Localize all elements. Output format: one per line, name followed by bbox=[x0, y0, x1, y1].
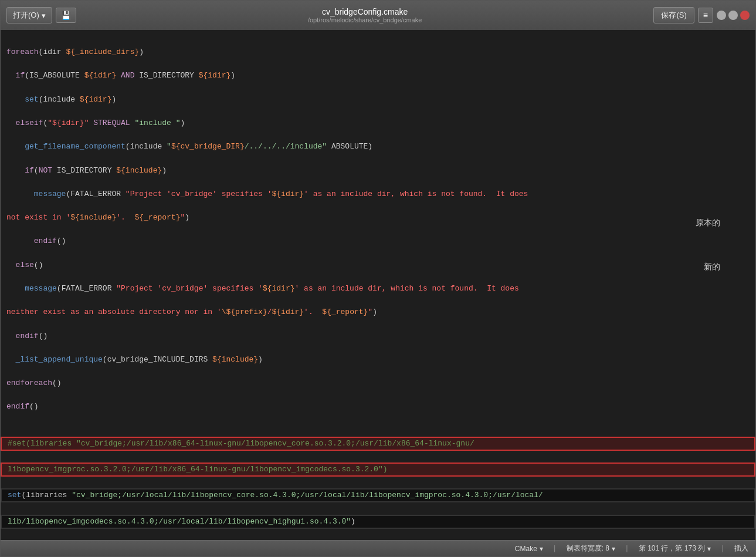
position-arrow-icon: ▾ bbox=[707, 545, 711, 553]
titlebar-center: cv_bridgeConfig.cmake /opt/ros/melodic/s… bbox=[76, 7, 654, 23]
title-filename: cv_bridgeConfig.cmake bbox=[76, 7, 654, 16]
tab-arrow-icon: ▾ bbox=[612, 545, 615, 553]
language-arrow-icon: ▾ bbox=[540, 545, 543, 553]
statusbar-position[interactable]: 第 101 行，第 173 列 ▾ bbox=[639, 544, 711, 553]
annotation-yuan: 原本的 bbox=[696, 218, 720, 228]
save-icon-button[interactable]: 💾 bbox=[56, 8, 76, 23]
title-path: /opt/ros/melodic/share/cv_bridge/cmake bbox=[76, 16, 654, 23]
statusbar-mode: 插入 bbox=[734, 544, 748, 553]
tab-label: 制表符宽度: 8 bbox=[567, 544, 609, 553]
editor-area[interactable]: foreach(idir ${_include_dirs}) if(IS_ABS… bbox=[1, 30, 755, 540]
titlebar-right: 保存(S) ≡ bbox=[653, 7, 750, 23]
open-arrow-icon: ▾ bbox=[42, 11, 46, 20]
maximize-button[interactable] bbox=[728, 11, 738, 20]
titlebar-left: 打开(O) ▾ 💾 bbox=[6, 7, 76, 23]
code-content: foreach(idir ${_include_dirs}) if(IS_ABS… bbox=[1, 35, 755, 540]
menu-button[interactable]: ≡ bbox=[698, 8, 713, 23]
statusbar-tab[interactable]: 制表符宽度: 8 ▾ bbox=[567, 544, 615, 553]
position-label: 第 101 行，第 173 列 bbox=[639, 544, 705, 553]
statusbar: CMake ▾ | 制表符宽度: 8 ▾ | 第 101 行，第 173 列 ▾… bbox=[1, 540, 755, 556]
mode-label: 插入 bbox=[734, 544, 748, 553]
save-button[interactable]: 保存(S) bbox=[653, 7, 694, 23]
statusbar-sep2: | bbox=[625, 544, 629, 553]
open-label: 打开(O) bbox=[13, 10, 39, 21]
statusbar-sep3: | bbox=[720, 544, 725, 553]
statusbar-language[interactable]: CMake ▾ bbox=[515, 545, 543, 553]
annotation-xin: 新的 bbox=[704, 262, 720, 272]
close-button[interactable] bbox=[740, 11, 750, 20]
titlebar: 打开(O) ▾ 💾 cv_bridgeConfig.cmake /opt/ros… bbox=[1, 1, 755, 30]
language-label: CMake bbox=[515, 545, 537, 553]
minimize-button[interactable] bbox=[717, 11, 726, 20]
main-window: 打开(O) ▾ 💾 cv_bridgeConfig.cmake /opt/ros… bbox=[0, 0, 756, 557]
window-controls bbox=[717, 11, 750, 20]
statusbar-sep1: | bbox=[552, 544, 557, 553]
open-button[interactable]: 打开(O) ▾ bbox=[6, 7, 52, 23]
